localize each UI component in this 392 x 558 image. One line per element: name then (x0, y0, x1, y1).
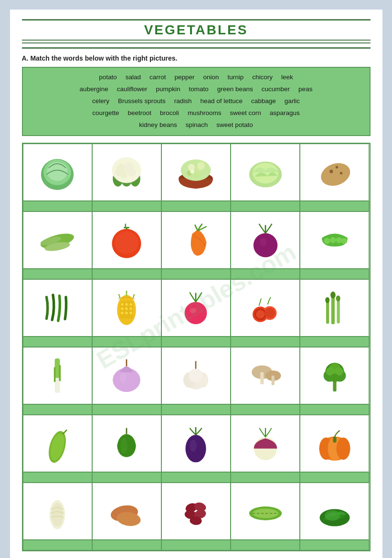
svg-point-42 (121, 303, 124, 305)
cell-tomato (92, 211, 161, 269)
image-row-5 (23, 415, 370, 472)
svg-line-40 (133, 294, 135, 298)
svg-point-95 (336, 437, 350, 460)
svg-rect-66 (54, 367, 56, 382)
svg-point-52 (190, 308, 197, 313)
image-row-6 (23, 483, 370, 540)
word-row-4: courgettebeetrootbrocolimushroomssweet c… (29, 107, 364, 119)
svg-point-23 (329, 169, 333, 173)
label-row-3 (23, 337, 370, 347)
svg-point-69 (120, 373, 127, 383)
svg-point-30 (115, 232, 138, 254)
cell-cauliflower (92, 144, 161, 201)
svg-point-10 (127, 168, 136, 177)
label-row-4 (23, 404, 370, 415)
cell-spinach (300, 483, 369, 540)
svg-rect-77 (271, 376, 274, 385)
svg-point-98 (51, 503, 63, 526)
cell-pepper (92, 415, 161, 472)
svg-rect-58 (331, 295, 335, 324)
svg-point-17 (197, 162, 205, 169)
cell-sweet-potato (92, 483, 161, 540)
cell-aubergine (161, 415, 231, 472)
svg-point-2 (47, 162, 67, 181)
cell-salad-bowl (161, 144, 231, 201)
svg-point-90 (190, 440, 197, 452)
cell-garlic (161, 347, 231, 404)
word-row-1: potatosaladcarrotpepperonionturnipchicor… (29, 72, 364, 84)
label-row-2 (23, 269, 370, 279)
svg-point-34 (330, 237, 336, 243)
label-row-5 (23, 472, 370, 483)
label-row-6 (23, 540, 370, 550)
word-row-2: auberginecauliflowerpumpkintomatogreen b… (29, 84, 364, 95)
svg-point-33 (324, 238, 330, 244)
cell-broccoli (300, 347, 369, 404)
label-row-1 (23, 201, 370, 211)
svg-point-59 (330, 292, 336, 298)
svg-point-46 (126, 307, 128, 310)
svg-point-19 (191, 169, 195, 174)
svg-point-22 (318, 159, 353, 190)
svg-point-63 (325, 297, 329, 303)
cell-chicory (23, 483, 92, 540)
vocabulary-box: potatosaladcarrotpepperonionturnipchicor… (22, 67, 371, 136)
cell-radish (161, 279, 231, 337)
svg-point-61 (336, 295, 340, 302)
svg-point-24 (340, 172, 342, 174)
cell-asparagus (300, 279, 369, 337)
svg-point-49 (126, 312, 128, 314)
cell-pumpkin (300, 415, 369, 472)
cell-kidney-beans (161, 483, 231, 540)
cell-cucumber2 (231, 483, 300, 540)
svg-point-85 (330, 373, 339, 382)
svg-point-88 (121, 438, 127, 453)
cell-carrot (161, 211, 231, 269)
image-row-2 (23, 211, 370, 269)
svg-point-35 (336, 237, 342, 243)
svg-point-44 (130, 303, 132, 305)
svg-point-32 (260, 238, 266, 246)
image-row-1 (23, 144, 370, 201)
svg-point-73 (189, 368, 203, 382)
svg-rect-96 (333, 436, 336, 442)
instruction-text: A. Match the words below with the right … (22, 54, 371, 62)
cell-turnip (231, 415, 300, 472)
word-row-5: kidney beansspinachsweet potato (29, 119, 364, 131)
page-title: VEGETABLES (144, 22, 248, 37)
svg-point-25 (336, 166, 338, 168)
cell-green-beans (23, 279, 92, 337)
vegetable-grid: ESLprintables.com (22, 143, 371, 551)
svg-line-38 (119, 294, 120, 298)
svg-point-50 (130, 312, 132, 314)
word-row-3: celeryBrussels sproutsradishhead of lett… (29, 95, 364, 107)
svg-point-57 (256, 310, 265, 318)
cell-brussels-sprouts (231, 279, 300, 337)
svg-point-13 (181, 159, 211, 181)
svg-point-51 (185, 302, 207, 324)
cell-beetroot (231, 211, 300, 269)
svg-rect-62 (326, 300, 329, 324)
svg-point-110 (325, 510, 340, 521)
image-row-4 (23, 347, 370, 404)
cell-peas (300, 211, 369, 269)
svg-point-47 (130, 307, 132, 310)
svg-rect-67 (59, 365, 61, 381)
cell-leek (23, 347, 92, 404)
svg-point-48 (121, 312, 124, 314)
cell-cucumber (23, 211, 92, 269)
cell-head-of-lettuce (231, 144, 300, 201)
svg-point-45 (121, 307, 124, 310)
svg-rect-75 (260, 372, 264, 384)
svg-point-43 (126, 303, 128, 305)
cell-mushrooms (231, 347, 300, 404)
svg-point-56 (265, 308, 275, 318)
cell-cabbage (23, 144, 92, 201)
svg-rect-60 (337, 298, 339, 323)
cell-onion (92, 347, 161, 404)
image-row-3 (23, 279, 370, 337)
svg-point-11 (115, 168, 123, 176)
svg-point-36 (341, 238, 347, 244)
cell-potato (300, 144, 369, 201)
cell-sweet-corn (92, 279, 161, 337)
